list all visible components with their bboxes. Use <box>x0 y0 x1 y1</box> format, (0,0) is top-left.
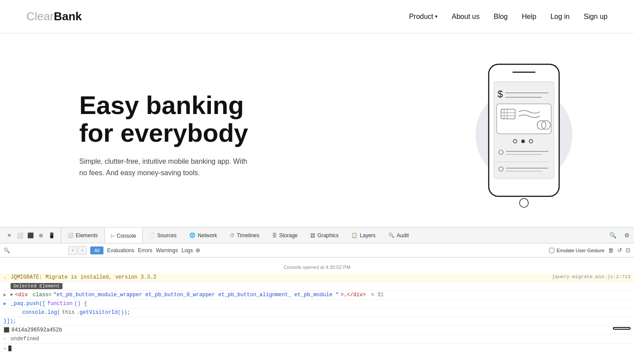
console-next-button[interactable]: › <box>78 246 87 255</box>
close-icon[interactable]: ✕ <box>5 232 13 239</box>
console-content: Console opened at 4:30:02 PM ⚠ JQMIGRATE… <box>0 257 634 364</box>
console-line-paq1: ▶ _paq.push([function () { <box>0 300 634 309</box>
expand-icon[interactable]: ▶ <box>4 292 9 298</box>
nav-signup[interactable]: Sign up <box>584 13 608 21</box>
paq-close: }]); <box>4 318 16 324</box>
tab-storage[interactable]: 🗄 Storage <box>266 228 304 243</box>
devtools-search-button[interactable]: 🔍 <box>606 228 620 243</box>
console-line-element[interactable]: ▶ ▶ <div class= "et_pb_button_module_wra… <box>0 291 634 300</box>
nav-about[interactable]: About us <box>452 13 479 21</box>
console-filter-bar: 🔍 ‹ › All Evaluations Errors Warnings Lo… <box>0 243 634 257</box>
timelines-tab-icon: ⏱ <box>230 233 235 238</box>
jqmigrate-source[interactable]: jquery-migrate.min.js:2:713 <box>552 274 630 279</box>
console-tab-icon: ▷ <box>111 233 114 239</box>
console-prompt[interactable]: › <box>0 344 634 353</box>
chevron-down-icon: ▾ <box>435 14 438 19</box>
devtools-body: Console opened at 4:30:02 PM ⚠ JQMIGRATE… <box>0 257 634 364</box>
console-time-message: Console opened at 4:30:02 PM <box>0 257 634 273</box>
prompt-cursor <box>8 346 11 351</box>
console-more-icon[interactable]: ⊡ <box>626 247 630 254</box>
hero-section: Easy banking for everybody Simple, clutt… <box>0 33 634 227</box>
logo[interactable]: Clear Bank <box>26 10 82 23</box>
jqmigrate-text: JQMIGRATE: Migrate is installed, version… <box>11 274 550 280</box>
paq-paren: () { <box>74 301 87 307</box>
filter-all-button[interactable]: All <box>90 246 103 254</box>
tab-network-label: Network <box>198 232 217 239</box>
emulate-user-gesture-text: Emulate User Gesture <box>557 248 605 253</box>
filter-evaluations[interactable]: Evaluations <box>107 247 134 254</box>
paq-text: _paq.push([ <box>11 301 45 307</box>
paq-func: function <box>47 301 73 307</box>
undefined-text: undefined <box>11 336 39 342</box>
sources-tab-icon: 📄 <box>149 232 155 238</box>
console-reload-icon[interactable]: ↺ <box>617 247 622 254</box>
nav-blog[interactable]: Blog <box>494 13 508 21</box>
hash-prefix: ⬛ <box>4 327 10 333</box>
console-nav-controls: ‹ › <box>68 246 87 255</box>
tab-sources-label: Sources <box>157 232 177 239</box>
emulate-user-gesture-checkbox[interactable] <box>549 248 554 253</box>
filter-logs[interactable]: Logs <box>181 247 193 254</box>
logo-bank: Bank <box>54 10 82 23</box>
console-bar-right: Emulate User Gesture 🗑 ↺ ⊡ <box>549 247 630 254</box>
hero-h1-line2: for everybody <box>79 118 248 147</box>
graphics-tab-icon: 🖼 <box>310 233 315 238</box>
phone-svg: $ <box>480 60 568 210</box>
element-tag: <div <box>15 292 28 298</box>
devtools-tabs: ✕ ⬜ ⬛ ⊕ 📱 ⬜ Elements ▷ Console 📄 Sources… <box>0 228 634 243</box>
tab-network[interactable]: 🌐 Network <box>183 228 224 243</box>
logo-clear: Clear <box>26 10 54 23</box>
console-search-icon: 🔍 <box>4 247 10 254</box>
tab-timelines[interactable]: ⏱ Timelines <box>224 228 266 243</box>
tab-layers[interactable]: 📋 Layers <box>345 228 382 243</box>
nav-login[interactable]: Log in <box>550 13 570 21</box>
dock-side-icon[interactable]: ⬜ <box>16 232 24 239</box>
devtools-settings-button[interactable]: ⚙ <box>620 228 634 243</box>
tab-console-label: Console <box>117 233 136 239</box>
hero-heading: Easy banking for everybody <box>79 91 255 147</box>
tab-layers-label: Layers <box>360 232 376 239</box>
console-line-paq3: }]); <box>0 317 634 326</box>
element-arrow[interactable]: ▶ <box>11 292 13 297</box>
console-line-selected-element: Selected Element <box>0 282 634 291</box>
hero-h1-line1: Easy banking <box>79 91 244 119</box>
nav-help[interactable]: Help <box>522 13 536 21</box>
inspect-icon[interactable]: ⊕ <box>37 232 45 239</box>
console-clear-icon[interactable]: 🗑 <box>608 247 614 254</box>
element-class-val: "et_pb_button_module_wrapper et_pb_butto… <box>53 292 339 298</box>
navbar: Clear Bank Product ▾ About us Blog Help … <box>0 0 634 33</box>
nav-links: Product ▾ About us Blog Help Log in Sign… <box>409 13 608 21</box>
tab-timelines-label: Timelines <box>237 232 259 239</box>
console-prev-button[interactable]: ‹ <box>68 246 77 255</box>
emulate-user-gesture-label[interactable]: Emulate User Gesture <box>549 248 605 253</box>
tab-console[interactable]: ▷ Console <box>104 228 143 243</box>
devtools-panel: ✕ ⬜ ⬛ ⊕ 📱 ⬜ Elements ▷ Console 📄 Sources… <box>0 227 634 364</box>
svg-point-15 <box>521 140 525 143</box>
selected-element-tag: Selected Element <box>11 283 63 289</box>
device-icon[interactable]: 📱 <box>48 232 55 239</box>
dock-bottom-icon[interactable]: ⬛ <box>26 232 34 239</box>
filter-warnings[interactable]: Warnings <box>156 247 178 254</box>
element-class-attr: class= <box>29 292 52 298</box>
console-line-paq2: console.log(this.getVisitorId()); <box>0 309 634 317</box>
tab-elements[interactable]: ⬜ Elements <box>61 228 104 243</box>
tab-audit-label: Audit <box>397 232 409 239</box>
storage-tab-icon: 🗄 <box>272 233 277 238</box>
warn-icon: ⚠ <box>4 274 9 280</box>
tab-audit[interactable]: 🔍 Audit <box>382 228 415 243</box>
nav-product[interactable]: Product ▾ <box>409 13 438 21</box>
hash-value: 8414a296592a452b <box>11 327 608 333</box>
tab-graphics[interactable]: 🖼 Graphics <box>304 228 345 243</box>
product-label: Product <box>409 13 433 21</box>
phone-illustration: $ <box>467 60 581 210</box>
filter-errors[interactable]: Errors <box>138 247 152 254</box>
console-filter-extra-icon[interactable]: ⊕ <box>195 247 200 254</box>
network-tab-icon: 🌐 <box>189 232 195 238</box>
paq-arrow[interactable]: ▶ <box>4 301 9 306</box>
tab-elements-label: Elements <box>76 232 98 239</box>
console-search-input[interactable] <box>12 247 65 254</box>
tab-sources[interactable]: 📄 Sources <box>143 228 183 243</box>
svg-text:$: $ <box>498 88 503 99</box>
elements-tab-icon: ⬜ <box>67 232 74 238</box>
element-dollar-eq: = $1 <box>371 292 384 298</box>
